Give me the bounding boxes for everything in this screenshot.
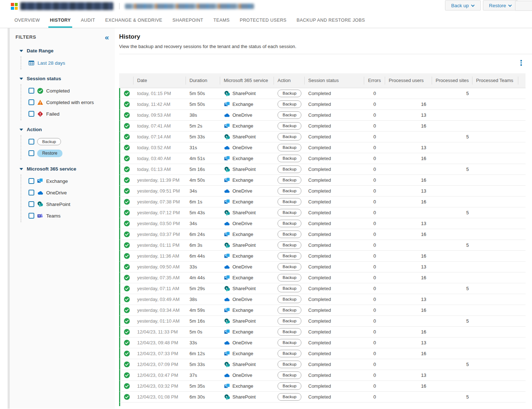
date-range-value[interactable]: Last 28 days xyxy=(38,60,65,66)
svg-text:s: s xyxy=(226,135,227,138)
teams-checkbox[interactable] xyxy=(29,213,34,219)
onedrive-icon xyxy=(224,340,230,346)
date-range-item[interactable]: Last 28 days xyxy=(29,57,110,69)
backup-button[interactable]: Back up xyxy=(445,0,481,10)
section-header-action[interactable]: Action xyxy=(15,127,110,132)
tab-audit[interactable]: AUDIT xyxy=(76,12,100,28)
service-label: OneDrive xyxy=(232,340,252,345)
status-completed-icon xyxy=(124,264,130,270)
table-row[interactable]: yesterday, 07:12 PM 5m 43s s SharePoint … xyxy=(119,207,526,218)
processed-users-count: 13 xyxy=(385,145,432,150)
table-row-partial[interactable] xyxy=(119,402,526,406)
backup-checkbox[interactable] xyxy=(29,139,34,145)
restore-button[interactable]: Restore xyxy=(483,0,518,10)
svg-text:s: s xyxy=(226,287,227,289)
session-status: Completed xyxy=(305,112,364,118)
service-label: OneDrive xyxy=(232,112,252,118)
table-row[interactable]: yesterday, 01:10 AM 5m 16s s SharePoint … xyxy=(119,316,526,327)
table-row[interactable]: yesterday, 09:51 PM 34s OneDrive Backup … xyxy=(119,186,526,197)
table-row[interactable]: today, 01:15 PM 5m 50s s SharePoint Back… xyxy=(119,88,526,99)
session-status: Completed xyxy=(305,91,364,96)
table-row[interactable]: yesterday, 03:37 PM 6m 24s Exchange Back… xyxy=(119,229,526,240)
action-badge: Backup xyxy=(278,393,301,400)
errors-count: 0 xyxy=(364,167,385,172)
svg-text:T: T xyxy=(39,215,40,217)
table-row[interactable]: today, 11:42 AM 5m 50s Exchange Backup C… xyxy=(119,99,526,110)
col-session-status[interactable]: Session status xyxy=(305,77,364,85)
section-header-session-status[interactable]: Session status xyxy=(15,76,110,81)
col-status-icon[interactable] xyxy=(119,77,134,85)
tab-exchange-onedrive[interactable]: EXCHANGE & ONEDRIVE xyxy=(100,12,167,28)
session-duration: 4m 50s xyxy=(186,177,220,183)
table-row[interactable]: yesterday, 01:11 PM 6m 3s s SharePoint B… xyxy=(119,240,526,251)
table-row[interactable]: 12/04/23, 07:09 PM 5m 33s s SharePoint B… xyxy=(119,359,526,370)
cutoff-button[interactable] xyxy=(515,1,532,11)
table-row[interactable]: yesterday, 07:38 PM 6m 1s Exchange Backu… xyxy=(119,197,526,207)
table-row[interactable]: today, 09:53 AM 38s OneDrive Backup Comp… xyxy=(119,110,526,121)
tab-teams[interactable]: TEAMS xyxy=(208,12,235,28)
table-row[interactable]: today, 07:14 AM 5m 33s s SharePoint Back… xyxy=(119,132,526,142)
section-header-service[interactable]: Microsoft 365 service xyxy=(15,166,110,172)
col-processed-users[interactable]: Processed users xyxy=(385,77,432,85)
table-row[interactable]: 12/04/23, 09:48 PM 33s OneDrive Backup C… xyxy=(119,337,526,348)
col-errors[interactable]: Errors xyxy=(364,77,385,85)
table-row[interactable]: yesterday, 03:50 PM 34s OneDrive Backup … xyxy=(119,218,526,229)
table-row[interactable]: yesterday, 03:49 AM 38s OneDrive Backup … xyxy=(119,294,526,305)
tab-history[interactable]: HISTORY xyxy=(45,12,76,28)
collapse-panel-icon[interactable]: « xyxy=(105,33,109,41)
session-status: Completed xyxy=(305,351,364,356)
table-row[interactable]: today, 07:41 AM 5m 2s Exchange Backup Co… xyxy=(119,121,526,132)
table-row[interactable]: today, 03:52 AM 31s OneDrive Backup Comp… xyxy=(119,142,526,153)
table-row[interactable]: 12/04/23, 03:47 PM 37s OneDrive Backup C… xyxy=(119,370,526,381)
more-options-icon[interactable] xyxy=(520,60,522,66)
status-completed-icon xyxy=(124,155,130,162)
errors-count: 0 xyxy=(364,275,385,280)
tab-sharepoint[interactable]: SHAREPOINT xyxy=(167,12,208,28)
service-label: SharePoint xyxy=(232,210,256,215)
col-service[interactable]: Microsoft 365 service xyxy=(220,77,274,85)
errors-count: 0 xyxy=(364,362,385,367)
table-row[interactable]: 12/04/23, 11:33 PM 5m 0s Exchange Backup… xyxy=(119,327,526,337)
table-row[interactable]: yesterday, 11:36 AM 6m 44s Exchange Back… xyxy=(119,251,526,262)
session-date: today, 03:52 AM xyxy=(134,145,186,150)
table-row[interactable]: yesterday, 07:35 AM 4m 44s Exchange Back… xyxy=(119,272,526,283)
col-action[interactable]: Action xyxy=(274,77,305,85)
exchange-icon xyxy=(224,253,230,259)
service-label: Exchange xyxy=(232,177,253,183)
processed-sites-count: 5 xyxy=(432,362,472,367)
table-row[interactable]: today, 03:40 AM 4m 51s Exchange Backup C… xyxy=(119,153,526,164)
exchange-checkbox[interactable] xyxy=(29,178,34,184)
col-processed-teams[interactable]: Processed Teams xyxy=(472,77,518,85)
section-header-date-range[interactable]: Date Range xyxy=(15,48,110,53)
tab-protected-users[interactable]: PROTECTED USERS xyxy=(235,12,292,28)
triangle-down-icon xyxy=(19,78,23,80)
status-completed-icon xyxy=(124,134,130,140)
onedrive-checkbox[interactable] xyxy=(29,190,34,195)
failed-checkbox[interactable] xyxy=(29,111,34,117)
processed-users-count: 16 xyxy=(385,156,432,161)
table-row[interactable]: 12/04/23, 03:32 PM 5m 35s Exchange Backu… xyxy=(119,381,526,392)
chevron-down-icon xyxy=(471,3,475,7)
tab-backup-restore-jobs[interactable]: BACKUP AND RESTORE JOBS xyxy=(292,12,370,28)
sharepoint-checkbox[interactable] xyxy=(29,201,34,207)
filter-label: Exchange xyxy=(46,178,68,184)
col-duration[interactable]: Duration xyxy=(186,77,220,85)
section-title: Session status xyxy=(27,76,61,81)
session-duration: 5m 33s xyxy=(186,362,220,367)
col-date[interactable]: Date xyxy=(134,77,186,85)
restore-checkbox[interactable] xyxy=(29,150,34,156)
completed-with-errors-checkbox[interactable] xyxy=(29,99,34,105)
tab-overview[interactable]: OVERVIEW xyxy=(9,12,45,28)
table-row[interactable]: yesterday, 11:39 PM 4m 50s Exchange Back… xyxy=(119,175,526,186)
table-row[interactable]: 12/04/23, 07:33 PM 6m 12s Exchange Backu… xyxy=(119,348,526,359)
processed-users-count: 16 xyxy=(385,199,432,204)
table-row[interactable]: yesterday, 03:34 AM 4m 59s Exchange Back… xyxy=(119,305,526,316)
table-row[interactable]: 12/04/23, 01:08 PM 6m 30s s SharePoint B… xyxy=(119,392,526,402)
table-row[interactable]: yesterday, 07:11 AM 5m 29s s SharePoint … xyxy=(119,283,526,294)
table-row[interactable]: yesterday, 09:50 AM 33s OneDrive Backup … xyxy=(119,262,526,272)
col-processed-sites[interactable]: Processed sites xyxy=(432,77,472,85)
session-status: Completed xyxy=(305,394,364,400)
table-row[interactable]: today, 01:13 AM 5m 16s s SharePoint Back… xyxy=(119,164,526,175)
completed-checkbox[interactable] xyxy=(29,88,34,94)
onedrive-icon xyxy=(224,296,230,302)
